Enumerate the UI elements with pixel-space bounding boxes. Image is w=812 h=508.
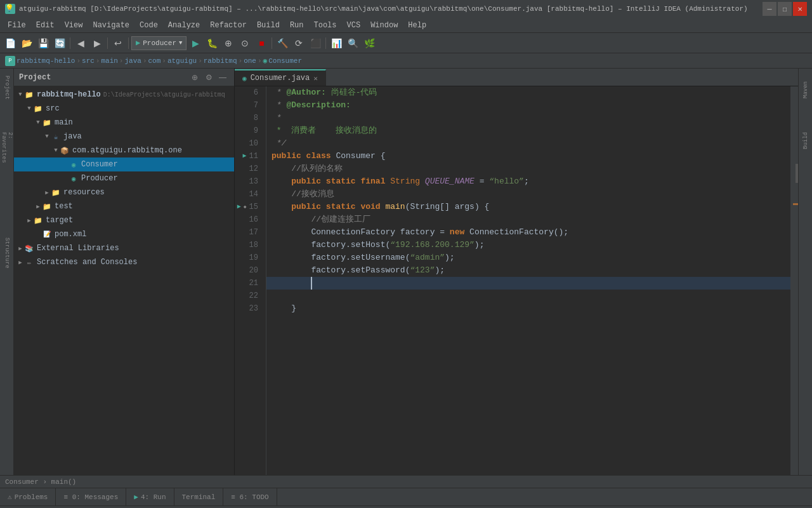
menu-run[interactable]: Run [285,20,309,31]
tree-label-rabbitmq-hello: rabbitmq-hello [37,90,101,99]
run-tab[interactable]: ▶ 4: Run [126,488,174,506]
todo-tab[interactable]: ≡ 6: TODO [223,488,277,506]
problems-icon: ⚠ [8,493,12,501]
code-line-15: public static void main(String[] args) { [266,201,790,213]
run-config-dropdown[interactable]: ▶ Producer ▼ [131,36,187,50]
rebuild-button[interactable]: ⟳ [291,36,306,51]
breadcrumb-atguigu[interactable]: atguigu [167,57,197,65]
tree-item-resources[interactable]: ▶ 📁 resources [14,185,234,199]
breadcrumb-consumer[interactable]: Consumer [268,57,302,65]
breadcrumb-src[interactable]: src [82,57,95,65]
tree-item-package[interactable]: ▼ 📦 com.atguigu.rabbitmq.one [14,144,234,157]
debug-button[interactable]: 🐛 [204,36,219,51]
tree-item-test[interactable]: ▶ 📁 test [14,199,234,213]
expand-arrow-icon: ▼ [16,91,24,98]
stop-button[interactable]: ■ [254,36,269,51]
tree-item-rabbitmq-hello[interactable]: ▼ 📁 rabbitmq-hello D:\IdeaProjects\atgui… [14,88,234,102]
gutter-line-6: 6 [235,86,261,99]
run-button[interactable]: ▶ [188,36,203,51]
breadcrumb-one[interactable]: one [244,57,256,65]
tree-item-main[interactable]: ▼ 📁 main [14,116,234,130]
tab-close-button[interactable]: ✕ [313,74,318,83]
tree-label-scratches: Scratches and Consoles [37,258,137,267]
problems-tab[interactable]: ⚠ Problems [0,488,56,506]
add-panel-button[interactable]: ⊕ [188,71,201,84]
cursor-caret [311,277,317,290]
code-line-21[interactable] [266,277,790,290]
run-with-coverage[interactable]: ⊕ [221,36,236,51]
back-button[interactable]: ◀ [73,36,88,51]
app-icon: 💡 [5,4,15,14]
tree-item-consumer[interactable]: ◉ Consumer [14,157,234,171]
menu-code[interactable]: Code [134,20,163,31]
new-file-button[interactable]: 📄 [3,36,18,51]
collapse-panel-button[interactable]: — [216,71,229,84]
maximize-button[interactable]: □ [778,2,792,16]
expand-arrow-target-icon: ▶ [25,217,33,224]
scrollbar-thumb[interactable] [796,164,798,183]
gutter-line-15: ▶◆15 [235,201,261,213]
breadcrumb-java[interactable]: java [124,57,141,65]
sync-button[interactable]: 🔄 [52,36,67,51]
tree-item-ext-libs[interactable]: ▶ 📚 External Libraries [14,241,234,255]
find-button[interactable]: 🔍 [345,36,360,51]
profile-button[interactable]: ⊙ [237,36,252,51]
favorites-tab-button[interactable]: 2: Favorites [0,132,14,170]
editor-breadcrumb-bar: Consumer › main() [0,475,812,488]
terminal-label: Terminal [182,493,216,501]
project-icon: P [5,56,15,66]
maven-tab-button[interactable]: Maven [802,71,809,109]
project-tab-button[interactable]: Project [0,69,14,107]
breadcrumb-rabbitmq[interactable]: rabbitmq [204,57,237,65]
settings-panel-button[interactable]: ⚙ [202,71,215,84]
run-tab-label: 4: Run [141,493,166,501]
undo-button[interactable]: ↩ [110,36,126,51]
menu-window[interactable]: Window [365,20,403,31]
menu-build[interactable]: Build [252,20,285,31]
menu-refactor[interactable]: Refactor [205,20,252,31]
tree-item-java[interactable]: ▼ ☕ java [14,130,234,144]
sep1 [70,37,70,49]
scratch-icon: ✏️ [24,257,34,267]
tree-item-producer[interactable]: ◉ Producer [14,171,234,185]
menu-edit[interactable]: Edit [31,20,60,31]
tree-item-src[interactable]: ▼ 📁 src [14,102,234,116]
open-button[interactable]: 📂 [19,36,34,51]
coverage-button[interactable]: 📊 [329,36,344,51]
code-line-16: //创建连接工厂 [266,213,790,226]
terminal-tab[interactable]: Terminal [174,488,224,506]
minimize-button[interactable]: ─ [763,2,776,16]
code-content[interactable]: * @Author: 尚硅谷-代码 * @Description: * * 消费… [266,86,790,475]
menu-file[interactable]: File [3,20,31,31]
sep4 [272,37,272,49]
build-all-button[interactable]: ⬛ [308,36,323,51]
tree-label-target: target [46,216,73,225]
build-button[interactable]: 🔨 [275,36,290,51]
menu-analyze[interactable]: Analyze [163,20,205,31]
tree-item-target[interactable]: ▶ 📁 target [14,213,234,227]
status-bar: ✓ Build completed successfully in 3 s 45… [0,505,812,508]
tab-consumer-label: Consumer.java [251,74,310,83]
window-controls[interactable]: ─ □ ✕ [763,2,807,16]
build-tab-button[interactable]: Build [802,122,809,160]
menu-tools[interactable]: Tools [309,20,342,31]
menu-view[interactable]: View [60,20,88,31]
tree-label-package: com.atguigu.rabbitmq.one [72,146,182,155]
breadcrumb-main[interactable]: main [101,57,117,65]
tree-item-pom[interactable]: 📝 pom.xml [14,227,234,241]
tree-item-scratches[interactable]: ▶ ✏️ Scratches and Consoles [14,255,234,269]
menu-help[interactable]: Help [403,20,431,31]
tree-label-resources: resources [63,188,105,197]
menu-navigate[interactable]: Navigate [88,20,134,31]
messages-tab[interactable]: ≡ 0: Messages [56,488,126,506]
forward-button[interactable]: ▶ [89,36,105,51]
menu-vcs[interactable]: VCS [342,20,366,31]
close-button[interactable]: ✕ [793,2,807,16]
breadcrumb-rabbitmq-hello[interactable]: rabbitmq-hello [16,57,75,65]
tab-consumer-java[interactable]: ◉ Consumer.java ✕ [235,69,326,86]
structure-tab-button[interactable]: Structure [0,234,14,272]
vcs-button[interactable]: 🌿 [362,36,377,51]
gutter-line-12: 12 [235,163,261,175]
breadcrumb-com[interactable]: com [148,57,160,65]
save-button[interactable]: 💾 [36,36,51,51]
